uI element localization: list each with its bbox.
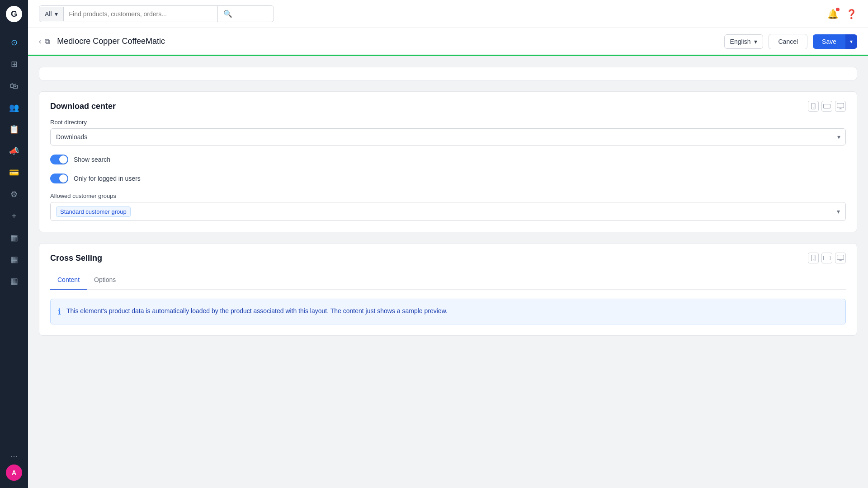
editor-header: ‹ ⧉ Mediocre Copper CoffeeMatic English … bbox=[28, 28, 868, 56]
download-center-header: Download center bbox=[39, 92, 857, 119]
tags-select-chevron-icon: ▾ bbox=[837, 208, 840, 215]
toggle-knob bbox=[59, 155, 67, 164]
app-logo[interactable]: G bbox=[0, 0, 28, 28]
root-directory-select-wrapper: Downloads ▾ bbox=[50, 128, 846, 145]
download-center-body: Root directory Downloads ▾ Show search bbox=[39, 119, 857, 232]
search-type-select[interactable]: All ▾ bbox=[39, 7, 64, 21]
svg-rect-7 bbox=[837, 255, 844, 260]
cross-selling-view-icons bbox=[808, 253, 846, 263]
tab-options[interactable]: Options bbox=[87, 271, 123, 290]
language-select[interactable]: English ▾ bbox=[724, 34, 764, 49]
tab-content[interactable]: Content bbox=[50, 271, 87, 290]
page-title: Mediocre Copper CoffeeMatic bbox=[57, 37, 717, 46]
logged-in-toggle[interactable] bbox=[50, 174, 68, 183]
cross-selling-body: Content Options ℹ This element's product… bbox=[39, 271, 857, 335]
svg-point-5 bbox=[813, 259, 814, 260]
content-area: Download center bbox=[28, 56, 868, 488]
help-icon[interactable]: ❓ bbox=[846, 9, 857, 19]
sidebar-item-add[interactable]: + bbox=[4, 206, 24, 226]
svg-point-1 bbox=[813, 108, 814, 108]
download-center-card: Download center bbox=[39, 91, 857, 232]
show-search-label: Show search bbox=[74, 156, 110, 163]
allowed-groups-label: Allowed customer groups bbox=[50, 192, 846, 199]
editor-nav: ‹ ⧉ bbox=[39, 38, 50, 46]
notification-badge bbox=[836, 8, 840, 11]
allowed-groups-field: Allowed customer groups Standard custome… bbox=[50, 192, 846, 221]
view-icons bbox=[808, 101, 846, 112]
desktop-view-icon[interactable] bbox=[835, 101, 846, 112]
svg-rect-3 bbox=[837, 103, 844, 108]
root-directory-label: Root directory bbox=[50, 119, 846, 126]
sidebar-item-customers[interactable]: 👥 bbox=[4, 98, 24, 117]
tablet-view-icon[interactable] bbox=[821, 101, 832, 112]
toggle-knob-2 bbox=[59, 174, 67, 183]
search-container: All ▾ 🔍 bbox=[39, 5, 274, 22]
sidebar-item-dashboard[interactable]: ⊙ bbox=[4, 33, 24, 52]
root-directory-field: Root directory Downloads ▾ bbox=[50, 119, 846, 145]
save-dropdown-button[interactable]: ▾ bbox=[845, 34, 857, 49]
sidebar-nav: ⊙ ⊞ 🛍 👥 📋 📣 💳 ⚙ + ▦ ▦ ▦ bbox=[0, 28, 28, 451]
info-box: ℹ This element's product data is automat… bbox=[50, 299, 846, 324]
cs-tablet-view-icon[interactable] bbox=[821, 253, 832, 263]
show-search-toggle-row: Show search bbox=[50, 155, 846, 164]
sidebar-item-cms[interactable]: ⊞ bbox=[4, 54, 24, 74]
sidebar-item-analytics1[interactable]: ▦ bbox=[4, 228, 24, 248]
sidebar-item-analytics3[interactable]: ▦ bbox=[4, 271, 24, 291]
info-text: This element's product data is automatic… bbox=[66, 306, 448, 316]
sidebar: G ⊙ ⊞ 🛍 👥 📋 📣 💳 ⚙ + ▦ ▦ ▦ ··· A bbox=[0, 0, 28, 488]
main-area: All ▾ 🔍 🔔 ❓ ‹ ⧉ Mediocre Copper CoffeeMa… bbox=[28, 0, 868, 488]
sidebar-bottom: ··· A bbox=[6, 451, 22, 488]
back-icon[interactable]: ‹ bbox=[39, 38, 41, 46]
copy-icon[interactable]: ⧉ bbox=[45, 38, 50, 46]
cancel-button[interactable]: Cancel bbox=[769, 34, 807, 49]
sidebar-item-marketing[interactable]: 📣 bbox=[4, 141, 24, 161]
save-button-group: Save ▾ bbox=[813, 34, 857, 49]
info-icon: ℹ bbox=[58, 307, 61, 317]
svg-rect-6 bbox=[824, 256, 830, 260]
avatar[interactable]: A bbox=[6, 465, 22, 481]
cs-mobile-view-icon[interactable] bbox=[808, 253, 819, 263]
logged-in-label: Only for logged in users bbox=[74, 175, 141, 182]
save-button[interactable]: Save bbox=[813, 34, 845, 49]
sidebar-item-shop[interactable]: 🛍 bbox=[4, 76, 24, 96]
allowed-groups-select[interactable]: Standard customer group ▾ bbox=[50, 202, 846, 221]
sidebar-item-payments[interactable]: 💳 bbox=[4, 163, 24, 183]
show-search-toggle[interactable] bbox=[50, 155, 68, 164]
notifications-icon[interactable]: 🔔 bbox=[827, 9, 839, 19]
sidebar-item-settings[interactable]: ⚙ bbox=[4, 184, 24, 204]
search-type-chevron-icon: ▾ bbox=[55, 10, 58, 18]
cross-selling-card: Cross Selling bbox=[39, 243, 857, 336]
editor-actions: English ▾ Cancel Save ▾ bbox=[724, 34, 857, 49]
topbar-icons: 🔔 ❓ bbox=[827, 9, 857, 19]
root-directory-select[interactable]: Downloads bbox=[50, 128, 846, 145]
search-input[interactable] bbox=[64, 7, 217, 21]
customer-group-tag: Standard customer group bbox=[56, 206, 131, 217]
download-center-title: Download center bbox=[50, 102, 116, 111]
mobile-view-icon[interactable] bbox=[808, 101, 819, 112]
sidebar-more-icon[interactable]: ··· bbox=[10, 451, 17, 461]
partial-card bbox=[39, 67, 857, 80]
cs-desktop-view-icon[interactable] bbox=[835, 253, 846, 263]
language-chevron-icon: ▾ bbox=[754, 38, 757, 45]
sidebar-item-analytics2[interactable]: ▦ bbox=[4, 249, 24, 269]
logged-in-toggle-row: Only for logged in users bbox=[50, 174, 846, 183]
sidebar-item-orders[interactable]: 📋 bbox=[4, 119, 24, 139]
cross-selling-header: Cross Selling bbox=[39, 244, 857, 271]
topbar: All ▾ 🔍 🔔 ❓ bbox=[28, 0, 868, 28]
logo-circle: G bbox=[6, 6, 22, 22]
search-button[interactable]: 🔍 bbox=[217, 6, 238, 22]
cross-selling-title: Cross Selling bbox=[50, 253, 102, 263]
tabs-row: Content Options bbox=[50, 271, 846, 290]
svg-rect-2 bbox=[824, 104, 830, 108]
